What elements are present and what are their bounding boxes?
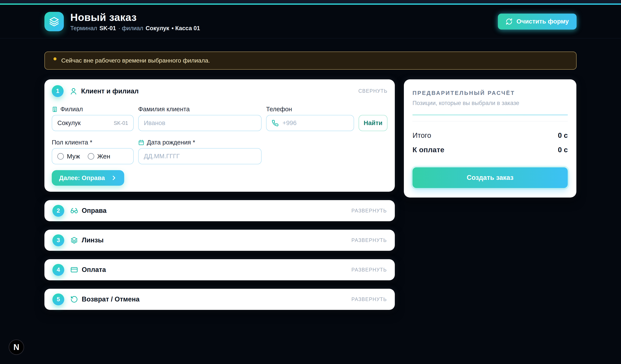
branch-select[interactable]: Сокулук SK-01 bbox=[52, 115, 134, 131]
summary-title: ПРЕДВАРИТЕЛЬНЫЙ РАСЧЁТ bbox=[413, 90, 568, 96]
next-step-label: Далее: Оправа bbox=[59, 174, 105, 182]
step-card-refund[interactable]: 5 Возврат / Отмена РАЗВЕРНУТЬ bbox=[44, 289, 395, 310]
refresh-icon bbox=[506, 18, 513, 25]
phone-field bbox=[266, 115, 354, 131]
terminal-word: Терминал bbox=[70, 25, 97, 32]
branch-select-value: Сокулук bbox=[57, 120, 81, 127]
summary-column: ПРЕДВАРИТЕЛЬНЫЙ РАСЧЁТ Позиции, которые … bbox=[404, 79, 576, 310]
user-icon bbox=[70, 87, 77, 95]
branch-field-label: Филиал bbox=[52, 106, 134, 113]
collapse-step-button[interactable]: СВЕРНУТЬ bbox=[358, 88, 387, 94]
teal-divider bbox=[413, 115, 568, 115]
step-card-client: 1 Клиент и филиал СВЕРНУТЬ bbox=[44, 79, 395, 192]
client-form-row1: Филиал Фамилия клиента Телефон Сокулук S… bbox=[52, 106, 387, 131]
gender-radio-female[interactable] bbox=[88, 153, 94, 160]
terminal-breadcrumb: Терминал SK-01 · филиал Сокулук • Касса … bbox=[70, 25, 200, 32]
expand-step-button[interactable]: РАЗВЕРНУТЬ bbox=[351, 237, 387, 243]
subtotal-row: Итого 0 с bbox=[413, 131, 568, 139]
due-value: 0 с bbox=[558, 146, 568, 154]
clear-form-button[interactable]: Очистить форму bbox=[498, 14, 577, 30]
subtotal-label: Итого bbox=[413, 131, 431, 139]
layers-icon bbox=[49, 17, 59, 27]
phone-icon bbox=[272, 120, 278, 127]
step-card-frame[interactable]: 2 Оправа РАЗВЕРНУТЬ bbox=[44, 200, 395, 221]
surname-field-label: Фамилия клиента bbox=[138, 106, 261, 113]
step-title: Возврат / Отмена bbox=[82, 295, 139, 303]
birthdate-field bbox=[138, 148, 261, 164]
surname-input[interactable] bbox=[144, 120, 256, 127]
phone-input[interactable] bbox=[282, 120, 348, 127]
step-title: Оправа bbox=[82, 207, 106, 215]
light-divider bbox=[413, 121, 568, 121]
cashbox-name: • Касса 01 bbox=[172, 25, 200, 32]
step-card-payment[interactable]: 4 Оплата РАЗВЕРНУТЬ bbox=[44, 259, 395, 280]
building-icon bbox=[52, 106, 58, 112]
birthdate-input[interactable] bbox=[144, 153, 256, 160]
step-title: Оплата bbox=[82, 266, 106, 274]
expand-step-button[interactable]: РАЗВЕРНУТЬ bbox=[351, 267, 387, 273]
due-label: К оплате bbox=[413, 146, 444, 154]
next-step-button[interactable]: Далее: Оправа bbox=[52, 170, 124, 186]
layers-icon bbox=[70, 236, 78, 244]
warning-text: Сейчас вне рабочего времени выбранного ф… bbox=[61, 57, 210, 64]
summary-subtitle: Позиции, которые вы выбрали в заказе bbox=[413, 100, 568, 106]
calendar-icon bbox=[138, 139, 144, 146]
warning-dot-icon bbox=[53, 57, 56, 60]
step-number-badge: 1 bbox=[52, 85, 64, 97]
top-strip bbox=[0, 0, 621, 3]
gender-field-label: Пол клиента * bbox=[52, 139, 134, 146]
step-title: Клиент и филиал bbox=[81, 87, 139, 95]
surname-field bbox=[138, 115, 261, 131]
create-order-button[interactable]: Создать заказ bbox=[413, 167, 568, 188]
out-of-hours-warning: Сейчас вне рабочего времени выбранного ф… bbox=[44, 52, 577, 70]
rotate-ccw-icon bbox=[70, 295, 78, 303]
step-number-badge: 5 bbox=[52, 294, 64, 305]
step-number-badge: 3 bbox=[52, 234, 64, 246]
gender-option-male[interactable]: Муж bbox=[57, 153, 80, 160]
branch-word: · филиал bbox=[118, 25, 143, 32]
subtotal-value: 0 с bbox=[558, 131, 568, 139]
app-logo bbox=[44, 12, 64, 31]
expand-step-button[interactable]: РАЗВЕРНУТЬ bbox=[351, 296, 387, 302]
birthdate-field-label: Дата рождения * bbox=[138, 139, 261, 146]
main-content: Сейчас вне рабочего времени выбранного ф… bbox=[44, 52, 577, 310]
step-card-lenses[interactable]: 3 Линзы РАЗВЕРНУТЬ bbox=[44, 230, 395, 251]
step-title: Линзы bbox=[82, 236, 104, 244]
chevron-right-icon bbox=[111, 175, 117, 181]
nextjs-dev-badge[interactable]: N bbox=[9, 339, 24, 355]
client-form-row2: Пол клиента * Дата рождения * bbox=[52, 139, 387, 164]
due-row: К оплате 0 с bbox=[413, 146, 568, 154]
gender-radio-male[interactable] bbox=[57, 153, 64, 160]
page-title: Новый заказ bbox=[70, 11, 200, 23]
credit-card-icon bbox=[70, 266, 78, 274]
glasses-icon bbox=[70, 207, 78, 215]
branch-name: Сокулук bbox=[146, 25, 169, 32]
page: Новый заказ Терминал SK-01 · филиал Соку… bbox=[0, 0, 621, 364]
phone-field-label: Телефон bbox=[266, 106, 354, 113]
clear-form-label: Очистить форму bbox=[517, 18, 569, 25]
find-client-button[interactable]: Найти bbox=[359, 115, 387, 131]
order-summary-card: ПРЕДВАРИТЕЛЬНЫЙ РАСЧЁТ Позиции, которые … bbox=[404, 79, 576, 198]
branch-select-code: SK-01 bbox=[114, 120, 128, 126]
expand-step-button[interactable]: РАЗВЕРНУТЬ bbox=[351, 208, 387, 214]
terminal-code: SK-01 bbox=[99, 25, 116, 32]
gender-option-female[interactable]: Жен bbox=[88, 153, 110, 160]
gender-radio-group: Муж Жен bbox=[52, 148, 134, 164]
steps-column: 1 Клиент и филиал СВЕРНУТЬ bbox=[44, 79, 395, 310]
step-number-badge: 2 bbox=[52, 205, 64, 217]
step-number-badge: 4 bbox=[52, 264, 64, 276]
app-header: Новый заказ Терминал SK-01 · филиал Соку… bbox=[0, 5, 621, 38]
